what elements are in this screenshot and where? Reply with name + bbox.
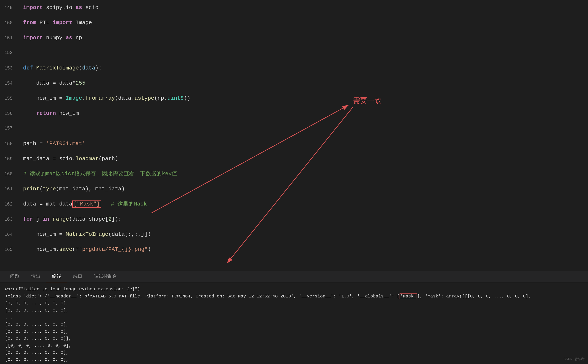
line-code: return new_im xyxy=(19,106,588,121)
tab-output[interactable]: 输出 xyxy=(25,271,46,282)
code-line-157: 157 xyxy=(0,121,588,136)
terminal-line: [0, 0, 0, ..., 0, 0, 0], xyxy=(5,356,583,363)
code-line-161: 161print(type(mat_data), mat_data) xyxy=(0,181,588,196)
terminal-line: ... xyxy=(5,363,583,364)
line-number: 162 xyxy=(0,197,19,212)
code-line-152: 152 xyxy=(0,45,588,60)
code-line-155: 155 new_im = Image.fromarray(data.astype… xyxy=(0,91,588,106)
line-number: 149 xyxy=(0,0,19,16)
line-code: import scipy.io as scio xyxy=(19,0,588,15)
code-line-153: 153def MatrixToImage(data): xyxy=(0,60,588,76)
line-number: 151 xyxy=(0,31,19,46)
terminal-line: [0, 0, 0, ..., 0, 0, 0], xyxy=(5,321,583,328)
line-number: 158 xyxy=(0,136,19,152)
line-code: print(type(mat_data), mat_data) xyxy=(19,181,588,196)
code-line-154: 154 data = data*255 xyxy=(0,76,588,91)
line-number: 150 xyxy=(0,16,19,31)
line-code: data = mat_data["Mask"] # 这里的Mask xyxy=(19,196,588,212)
line-number: 164 xyxy=(0,227,19,242)
terminal-tabs: 问题 输出 终端 端口 调试控制台 xyxy=(0,271,588,282)
line-code: import numpy as np xyxy=(19,30,588,45)
code-editor: 149import scipy.io as scio150from PIL im… xyxy=(0,0,588,271)
line-number: 157 xyxy=(0,121,19,136)
mask-highlight: 'Mask' xyxy=(400,293,417,299)
line-code: new_im = MatrixToImage(data[:,:,j]) xyxy=(19,227,588,242)
tab-terminal[interactable]: 终端 xyxy=(46,271,67,282)
terminal-line: [0, 0, 0, ..., 0, 0, 0], xyxy=(5,349,583,356)
terminal-panel: 问题 输出 终端 端口 调试控制台 warn(f"Failed to load … xyxy=(0,271,588,364)
terminal-content: warn(f"Failed to load image Python exten… xyxy=(0,282,588,364)
code-line-156: 156 return new_im xyxy=(0,106,588,121)
tab-ports[interactable]: 端口 xyxy=(67,271,88,282)
code-line-149: 149import scipy.io as scio xyxy=(0,0,588,15)
terminal-line: ... xyxy=(5,314,583,321)
tab-problems[interactable]: 问题 xyxy=(4,271,25,282)
code-line-165: 165 new_im.save(f"pngdata/PAT_{j}.png") xyxy=(0,242,588,257)
line-number: 155 xyxy=(0,91,19,106)
line-number: 156 xyxy=(0,106,19,121)
line-code: def MatrixToImage(data): xyxy=(19,60,588,76)
line-code: # 读取的mat以dict格式保存，因此需要查看一下数据的key值 xyxy=(19,166,588,181)
watermark: CSDN @作者 xyxy=(563,357,585,362)
line-number: 159 xyxy=(0,152,19,167)
line-number: 165 xyxy=(0,242,19,257)
tab-debug-console[interactable]: 调试控制台 xyxy=(88,271,123,282)
line-number: 160 xyxy=(0,167,19,182)
terminal-line: [0, 0, 0, ..., 0, 0, 0], xyxy=(5,307,583,314)
terminal-line: <class 'dict'> {'__header__': b'MATLAB 5… xyxy=(5,293,583,300)
code-line-150: 150from PIL import Image xyxy=(0,15,588,30)
line-code: new_im.save(f"pngdata/PAT_{j}.png") xyxy=(19,242,588,257)
terminal-line: [0, 0, 0, ..., 0, 0, 0], xyxy=(5,300,583,307)
terminal-line: warn(f"Failed to load image Python exten… xyxy=(5,286,583,293)
code-line-151: 151import numpy as np xyxy=(0,30,588,45)
line-code: mat_data = scio.loadmat(path) xyxy=(19,151,588,166)
code-line-159: 159mat_data = scio.loadmat(path) xyxy=(0,151,588,166)
line-code: path = 'PAT001.mat' xyxy=(19,136,588,151)
code-line-160: 160# 读取的mat以dict格式保存，因此需要查看一下数据的key值 xyxy=(0,166,588,181)
terminal-line: [[0, 0, 0, ..., 0, 0, 0], xyxy=(5,342,583,349)
code-line-158: 158path = 'PAT001.mat' xyxy=(0,136,588,151)
line-code: new_im = Image.fromarray(data.astype(np.… xyxy=(19,91,588,106)
line-code: data = data*255 xyxy=(19,76,588,91)
terminal-line: [0, 0, 0, ..., 0, 0, 0], xyxy=(5,328,583,335)
line-number: 161 xyxy=(0,182,19,197)
line-number: 153 xyxy=(0,61,19,76)
line-number: 154 xyxy=(0,76,19,91)
code-line-164: 164 new_im = MatrixToImage(data[:,:,j]) xyxy=(0,227,588,242)
code-line-162: 162data = mat_data["Mask"] # 这里的Mask xyxy=(0,196,588,212)
mask-bracket: ["Mask"] xyxy=(72,201,101,208)
line-code: from PIL import Image xyxy=(19,15,588,30)
line-number: 163 xyxy=(0,212,19,227)
line-number: 152 xyxy=(0,45,19,60)
terminal-line: [0, 0, 0, ..., 0, 0, 0]], xyxy=(5,335,583,342)
code-line-163: 163for j in range(data.shape[2]): xyxy=(0,212,588,227)
line-code: for j in range(data.shape[2]): xyxy=(19,212,588,227)
